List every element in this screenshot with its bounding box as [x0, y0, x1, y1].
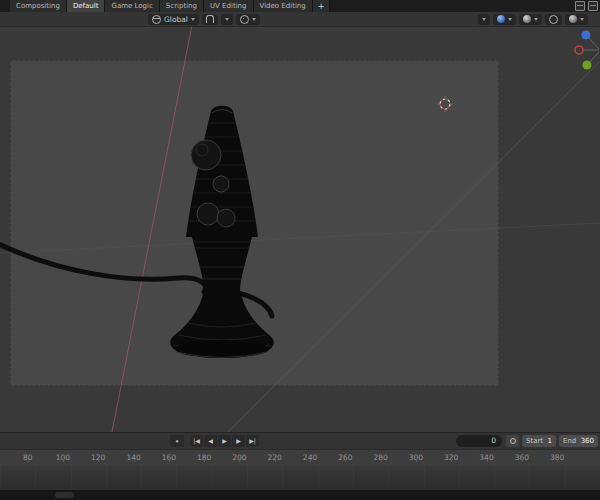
play-button[interactable]: ▶	[218, 435, 231, 447]
workspace-tab[interactable]: Game Logic	[105, 0, 159, 12]
ruler-tick: 320	[434, 450, 469, 462]
lava-blob-small	[213, 176, 229, 192]
chevron-down-icon	[580, 18, 584, 21]
orientation-globe-icon	[152, 15, 161, 24]
viewport-overlay	[0, 27, 600, 432]
ruler-tick-label: 180	[197, 453, 211, 462]
ruler-ticks: 80 100 120 140 160 180 200	[10, 450, 575, 462]
ruler-tick: 200	[222, 450, 257, 462]
orientation-label: Global	[164, 15, 188, 24]
ruler-tick: 140	[116, 450, 151, 462]
ruler-tick-label: 100	[56, 453, 70, 462]
snap-settings-dropdown[interactable]	[221, 14, 233, 25]
playback-controls: |◀ ◀ ▶ ▶ ▶|	[190, 435, 259, 447]
workspace-tab[interactable]: Compositing	[10, 0, 67, 12]
ruler-tick: 280	[363, 450, 398, 462]
playback-sync-button[interactable]	[506, 435, 519, 447]
end-label: End	[563, 437, 576, 445]
next-keyframe-button[interactable]: ▶	[232, 435, 245, 447]
3d-cursor	[437, 96, 453, 112]
gizmo-z-axis[interactable]	[582, 31, 591, 40]
lava-lamp-object[interactable]	[170, 106, 273, 358]
ruler-tick: 220	[257, 450, 292, 462]
current-frame-field[interactable]: 0	[456, 435, 502, 447]
visibility-dropdown[interactable]	[478, 14, 490, 25]
ruler-tick-label: 140	[126, 453, 140, 462]
ruler-tick-label: 340	[479, 453, 493, 462]
chevron-down-icon	[225, 18, 229, 21]
workspace-tab[interactable]: UV Editing	[204, 0, 254, 12]
ruler-tick: 380	[539, 450, 574, 462]
ruler-tick-label: 320	[444, 453, 458, 462]
lava-blob-large	[191, 140, 221, 170]
3d-viewport[interactable]	[0, 27, 600, 432]
workspace-tab-bar: Compositing Default Game Logic Scripting…	[0, 0, 600, 12]
workspace-tab-label: Video Editing	[260, 2, 306, 10]
workspace-tab[interactable]: Default	[67, 0, 106, 12]
chevron-down-icon	[534, 18, 538, 21]
scene-icon[interactable]	[575, 1, 585, 11]
timeline-tracks-area[interactable]	[0, 466, 600, 490]
ruler-tick-label: 200	[232, 453, 246, 462]
ruler-tick-label: 380	[550, 453, 564, 462]
gizmos-dropdown[interactable]	[493, 14, 516, 25]
ruler-tick-label: 160	[162, 453, 176, 462]
overlay-sphere-icon	[523, 15, 531, 23]
ruler-tick: 340	[469, 450, 504, 462]
ruler-tick-label: 260	[338, 453, 352, 462]
timeline-ruler[interactable]: 80 100 120 140 160 180 200	[0, 449, 600, 467]
ruler-tick-label: 80	[23, 453, 33, 462]
ruler-tick-label: 360	[515, 453, 529, 462]
ruler-tick-label: 220	[268, 453, 282, 462]
gizmo-y-axis[interactable]	[583, 61, 592, 70]
snap-toggle[interactable]	[202, 14, 218, 25]
status-bar	[0, 490, 600, 500]
gizmo-sphere-icon	[497, 15, 505, 23]
xray-icon	[549, 15, 558, 24]
frame-start-field[interactable]: Start 1	[522, 435, 556, 447]
chevron-down-icon	[508, 18, 512, 21]
magnet-icon	[206, 15, 214, 23]
auto-keyframe-button[interactable]: ●	[170, 435, 184, 447]
chevron-down-icon	[482, 18, 486, 21]
jump-to-start-button[interactable]: |◀	[190, 435, 203, 447]
workspace-tab-label: Compositing	[16, 2, 60, 10]
workspace-tabs: Compositing Default Game Logic Scripting…	[10, 0, 313, 12]
timeline-header: ● |◀ ◀ ▶ ▶ ▶| 0 Start 1 End 360	[0, 432, 600, 450]
frame-end-field[interactable]: End 360	[559, 435, 598, 447]
xray-toggle[interactable]	[545, 14, 562, 25]
grid-diagonal-line	[228, 61, 600, 432]
transform-orientation-dropdown[interactable]: Global	[148, 14, 199, 25]
workspace-tab[interactable]: Video Editing	[254, 0, 313, 12]
add-workspace-button[interactable]: +	[313, 0, 331, 12]
ruler-tick: 160	[151, 450, 186, 462]
workspace-tab-label: UV Editing	[210, 2, 247, 10]
overlays-dropdown[interactable]	[519, 14, 542, 25]
ruler-tick: 360	[504, 450, 539, 462]
lava-blob-mid2	[217, 209, 235, 227]
ruler-tick: 300	[398, 450, 433, 462]
workspace-tab[interactable]: Scripting	[160, 0, 204, 12]
prev-keyframe-button[interactable]: ◀	[204, 435, 217, 447]
start-value: 1	[548, 437, 552, 445]
jump-to-end-button[interactable]: ▶|	[246, 435, 259, 447]
view-layer-icon[interactable]	[588, 1, 598, 11]
shading-sphere-icon	[569, 15, 577, 23]
proportional-editing-toggle[interactable]	[236, 14, 260, 25]
navigation-gizmo[interactable]	[575, 31, 599, 70]
shading-mode-dropdown[interactable]	[565, 14, 588, 25]
viewport-header: Global	[0, 12, 600, 27]
ruler-tick: 240	[292, 450, 327, 462]
x-axis-line	[112, 27, 192, 432]
ruler-tick-label: 120	[91, 453, 105, 462]
workspace-tab-label: Default	[73, 2, 99, 10]
grid-horizon-line	[0, 223, 600, 253]
gizmo-x-axis[interactable]	[575, 46, 583, 54]
ruler-tick-label: 300	[409, 453, 423, 462]
proportional-editing-icon	[240, 15, 249, 24]
ruler-tick-label: 240	[303, 453, 317, 462]
ruler-tick: 180	[186, 450, 221, 462]
chevron-down-icon	[252, 18, 256, 21]
chevron-down-icon	[191, 18, 195, 21]
ruler-tick-label: 280	[373, 453, 387, 462]
